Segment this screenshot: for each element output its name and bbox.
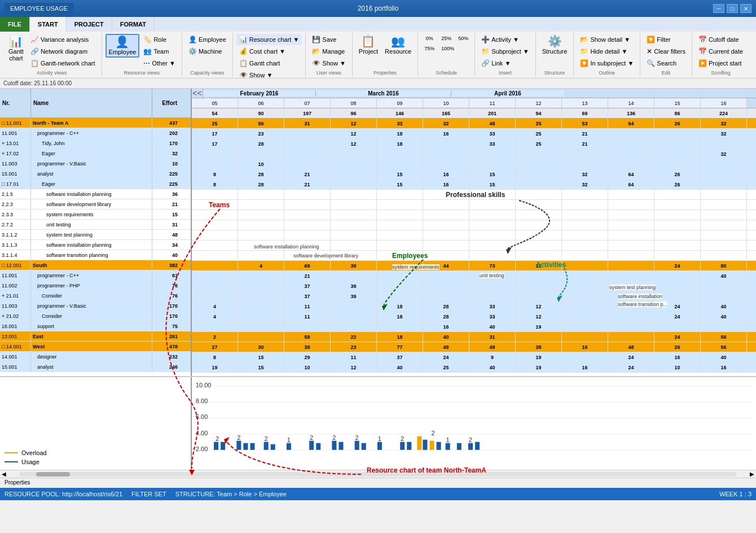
proj-start-icon: ▶️ [698,59,707,67]
project-start-button[interactable]: ▶️ Project start [696,58,746,69]
scrollbar-area[interactable]: ◀ ▶ [0,470,756,478]
group-capacity-views-content: 👤 Employee ⚙️ Machine [186,34,229,69]
svg-rect-38 [429,441,434,450]
tab-file[interactable]: FILE [0,17,30,32]
subproject-ins-button[interactable]: 📁 Subproject ▼ [478,46,532,57]
activity-ins-button[interactable]: ➕ Activity ▼ [478,34,532,45]
gantt-cell-1-7: 25 [516,129,562,138]
gantt-cell-17-7 [516,291,562,301]
gantt-row-21: 258221840312456 [192,332,756,342]
effort-cell-2: 170 [152,138,179,148]
gantt-chart-button[interactable]: 📊 Ganttchart [6,34,27,63]
gantt-row-22: 273039237749493816482656 [192,342,756,352]
nav-left[interactable]: << [192,89,203,98]
name-cell-10: unit testing [31,220,152,229]
gantt-cell-13-4 [377,251,423,260]
cost-chart-button[interactable]: 💰 Cost chart ▼ [236,46,302,57]
gantt-cell-21-4: 18 [377,332,423,342]
clear-filters-button[interactable]: ✕ Clear filters [644,46,688,57]
sched-50-button[interactable]: 50% [455,34,471,43]
gantt-row-7 [192,190,756,200]
gantt-chart2-button[interactable]: 📋 Gantt chart [236,58,302,69]
variance-icon: 📈 [30,36,39,43]
cutoff-date-button[interactable]: 📅 Cutoff date [696,34,746,45]
gantt-cell-4-4 [377,159,423,169]
group-resource-views: 👤 Employee 🏷️ Role 👥 Team ⋯ Other ▼ [102,33,182,77]
machine-cap-button[interactable]: ⚙️ Machine [186,46,229,57]
sched-75-button[interactable]: 75% [421,44,437,53]
scrollbar-track [19,472,737,477]
in-subproject-button[interactable]: 🔽 In subproject ▼ [577,58,636,69]
variance-analysis-button[interactable]: 📈 Variance analysis [28,34,98,45]
save-view-button[interactable]: 💾 Save [309,34,348,45]
day-cell-1: 06 [238,98,284,108]
gantt-network-button[interactable]: 📋 Gantt-network chart [28,58,98,69]
resource-chart-button[interactable]: 📊 Resource chart ▼ [236,34,302,45]
left-grid-row-1: 11.001programmer - C++202 [0,128,191,138]
link-ins-button[interactable]: 🔗 Link ▼ [478,58,532,69]
tab-format[interactable]: FORMAT [112,17,155,32]
sched-25-button[interactable]: 25% [438,34,454,43]
sched-100-button[interactable]: 100% [438,44,457,53]
gantt-cell-0-4: 33 [377,119,423,128]
group-edit-content: 🔽 Filter ✕ Clear filters 🔍 Search [644,34,688,69]
gantt-row-18: 411182833122440 [192,302,756,312]
svg-text:2: 2 [237,434,240,441]
employee-button[interactable]: 👤 Employee [106,34,140,58]
gantt-cell-0-9: 64 [608,119,654,128]
chart-legend: Overload Usage [0,377,192,470]
search-button[interactable]: 🔍 Search [644,58,688,69]
tab-project[interactable]: PROJECT [67,17,112,32]
sched-0-button[interactable]: 0% [421,34,437,43]
scroll-right-btn[interactable]: ▶ [748,471,756,477]
gantt-cell-21-3: 22 [331,332,377,342]
minimize-button[interactable]: ─ [713,4,724,13]
network-diagram-button[interactable]: 🔗 Network diagram [28,46,98,57]
filter-button[interactable]: 🔽 Filter [644,34,688,45]
gantt-cell-0-6: 48 [469,119,516,128]
scroll-left-btn[interactable]: ◀ [0,471,8,477]
act-ins-label: Activity ▼ [491,36,519,43]
day-cell-2: 07 [284,98,331,108]
gantt-cell-1-2 [284,129,331,138]
maximize-button[interactable]: □ [727,4,738,13]
team-button[interactable]: 👥 Team [140,46,178,57]
current-date-button[interactable]: 📅 Current date [696,46,746,57]
gantt-cell-19-2: 11 [284,312,331,321]
tab-start[interactable]: START [30,17,67,32]
tab-employee-usage[interactable]: EMPLOYEE USAGE [5,3,73,14]
structure-button[interactable]: ⚙️ Structure [539,34,570,56]
filter-label: Filter [657,36,670,43]
gantt-cell-21-5: 40 [423,332,469,342]
manage-view-button[interactable]: 📂 Manage [309,46,348,57]
role-button[interactable]: 🏷️ Role [140,34,178,45]
svg-rect-30 [362,443,366,450]
left-grid-row-22: □ 14.001West478 [0,342,191,352]
gantt-cell-13-5 [423,251,469,260]
close-button[interactable]: ✕ [740,4,751,13]
svg-rect-10 [214,442,218,450]
project-prop-button[interactable]: 📋 Project [356,34,381,56]
svg-text:2: 2 [431,430,434,436]
gantt-cell-23-4: 37 [377,352,423,362]
other-button[interactable]: ⋯ Other ▼ [140,58,178,69]
insert-label: Insert [478,69,532,76]
total-cell-5: 165 [423,108,469,118]
scrollbar-thumb[interactable] [36,472,70,477]
gantt-cell-3-5 [423,149,469,159]
svg-rect-16 [250,443,254,450]
left-grid-row-12: 3.1.1.3software installation planning34 [0,240,191,250]
gantt-cell-17-3: 39 [331,291,377,301]
gantt-cell-22-6: 49 [469,342,516,352]
resource-prop-button[interactable]: 👥 Resource [382,34,414,56]
show-detail-button[interactable]: 📂 Show detail ▼ [577,34,636,45]
gantt-cell-7-5 [423,190,469,199]
show-view-button[interactable]: 👁️ Show ▼ [309,58,348,69]
gantt-cell-3-11: 32 [701,149,747,159]
employee-cap-button[interactable]: 👤 Employee [186,34,229,45]
gantt-cell-8-4 [377,200,423,209]
left-grid-row-19: + 21.02Consider170 [0,311,191,321]
cost-icon: 💰 [239,47,248,55]
nr-cell-1: 11.001 [0,128,31,138]
hide-detail-button[interactable]: 📁 Hide detail ▼ [577,46,636,57]
